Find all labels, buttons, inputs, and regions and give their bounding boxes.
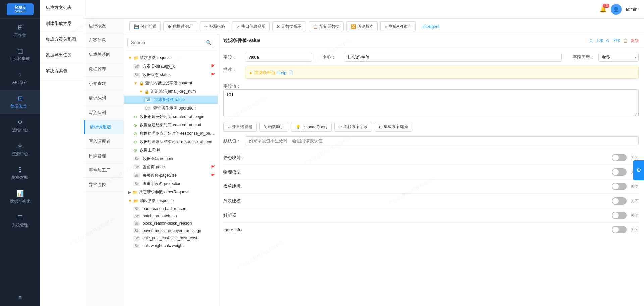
move-up-btn[interactable]: 上移 [595, 38, 603, 44]
tab-intelligent[interactable]: intelligent [418, 23, 443, 31]
form-section: 字段： 名称： 字段类型： 整型 字符串 浮点型 布尔型 [218, 47, 644, 306]
name-value-input[interactable] [344, 53, 562, 62]
tree-node-req-params[interactable]: ▼ 📁 请求参数-request [124, 54, 218, 62]
second-nav-integration-list[interactable]: 集成方案列表 [40, 0, 84, 16]
tree-node-data-status[interactable]: Str 数据状态-status 🚩 [124, 71, 218, 79]
form-build-toggle[interactable] [612, 183, 627, 190]
tab-save-config[interactable]: 💾 保存配置 [129, 21, 161, 31]
tool-buttons: ▽ 变量选择器 fx 函数助手 💡 _mongoQuery [223, 122, 639, 132]
tree-node-org-num[interactable]: ▼ 🔒 组织编码[email]-org_num [124, 87, 218, 96]
tree-node-query-content[interactable]: ▼ 🔒 查询内容过滤字段-content [124, 79, 218, 87]
field-value-input[interactable] [245, 53, 312, 62]
variable-picker-btn[interactable]: ▽ 变量选择器 [223, 122, 257, 132]
field-value-textarea[interactable]: 101 [223, 89, 639, 116]
sidebar-item-api[interactable]: ○ API 资产 [0, 67, 40, 90]
tree-node-calc-post-cost[interactable]: Str calc_post_cost-calc_post_cost [124, 234, 218, 242]
tree-node-response-end[interactable]: ⊙ 数据处理响应结束时间-response_at_end [124, 138, 218, 146]
down-arrow-icon: ⊙ [606, 38, 609, 43]
parser-label: 解析器 [223, 212, 608, 218]
lock-icon2: 🔒 [144, 89, 149, 94]
tree-node-query-operation[interactable]: Str 查询操作示例-operation [124, 104, 218, 113]
tree-node-other-request[interactable]: ▶ 📁 其它请求参数-otherRequest [124, 188, 218, 196]
related-field-btn[interactable]: ↗ 关联方案字段 [334, 122, 372, 132]
sidebar-bottom-menu[interactable]: ≡ [16, 290, 25, 306]
data-viz-icon: 📊 [16, 190, 24, 197]
type-select[interactable]: 整型 字符串 浮点型 布尔型 日期 数组 对象 [598, 53, 639, 62]
panel-header: 过滤条件值-value ⊙ 上移 ⊙ 下移 📋 复制 [218, 34, 644, 47]
sidebar-item-lite[interactable]: ◫ Lite 轻集成 [0, 43, 40, 67]
sidebar-item-ops[interactable]: ⚙ 运维中心 [0, 114, 40, 138]
desc-content: ● 过滤条件值 Help 📄 [245, 67, 639, 79]
panel-actions: ⊙ 上移 ⊙ 下移 📋 复制 [589, 38, 639, 44]
more-info-toggle[interactable] [612, 226, 627, 233]
folder-icon2: 📁 [132, 190, 138, 195]
third-nav-plan-info[interactable]: 方案信息 [84, 33, 124, 48]
tree-node-current-page[interactable]: Str 当前页-page 🚩 [124, 163, 218, 171]
tree-node-data-number[interactable]: Str 数据编码-number [124, 155, 218, 163]
mongo-query-btn[interactable]: 💡 _mongoQuery [291, 122, 332, 132]
sidebar-item-data-integration[interactable]: ⊡ 数据集成... [0, 90, 40, 114]
second-nav-solution-pkg[interactable]: 解决方案包 [40, 63, 84, 79]
integration-choice-btn[interactable]: ⊡ 集成方案选择 [375, 122, 412, 132]
sidebar-item-data-viz[interactable]: 📊 数据可视化 [0, 185, 40, 209]
tab-data-filter[interactable]: ⚙ 数据过滤厂 [163, 21, 197, 31]
third-nav-write-queue[interactable]: 写入队列 [84, 105, 124, 120]
third-nav-request-reviewer[interactable]: 请求调度者 [84, 120, 124, 134]
tree-node-created-end[interactable]: ⊙ 数据创建结束时间-created_at_end [124, 121, 218, 129]
form-build-state: 关闭 [631, 184, 639, 189]
static-map-toggle[interactable] [612, 154, 627, 161]
third-nav-run-overview[interactable]: 运行概况 [84, 19, 124, 33]
help-link[interactable]: Help [278, 70, 287, 75]
third-nav-small-queries[interactable]: 小青查数 [84, 77, 124, 91]
tree-node-response-begin[interactable]: ⊙ 数据处理响应开始时间-response_at_begin [124, 129, 218, 138]
tree-node-strategy-id[interactable]: Str 方案ID-strategy_id 🚩 [124, 62, 218, 71]
tab-interface-view[interactable]: ↗ 接口信息视图 [232, 21, 270, 31]
username-label[interactable]: admin [626, 7, 637, 12]
third-nav-integration-map[interactable]: 集成关系图 [84, 48, 124, 62]
flag-icon3: 🚩 [211, 174, 215, 177]
tab-history-version[interactable]: 🔀 历史版本 [346, 21, 378, 31]
third-nav-log-mgmt[interactable]: 日志管理 [84, 149, 124, 163]
search-input[interactable] [127, 38, 214, 47]
tree-node-batch-no[interactable]: Str batch_no-batch_no [124, 212, 218, 220]
tree-node-created-begin[interactable]: ⊙ 数据创建开始时间-created_at_begin [124, 113, 218, 121]
tab-copy-metadata[interactable]: 📋 复制元数据 [309, 21, 344, 31]
sidebar-item-resources[interactable]: ◈ 资源中心 [0, 138, 40, 162]
second-nav-data-export[interactable]: 数据导出任务 [40, 47, 84, 63]
physical-model-toggle[interactable] [612, 168, 627, 176]
tree-node-filter-value[interactable]: N8 过滤条件值-value [124, 96, 218, 104]
third-nav-event-factory[interactable]: 事件加工厂 [84, 163, 124, 178]
tree-node-bad-reason[interactable]: Str bad_reason-bad_reason [124, 205, 218, 212]
third-nav-exception-monitor[interactable]: 异常监控 [84, 178, 124, 192]
function-helper-btn[interactable]: fx 函数助手 [259, 122, 288, 132]
tree-node-response[interactable]: ▼ 📂 响应参数-response [124, 196, 218, 205]
tree-node-buyer-message[interactable]: Str buyer_message-buyer_message [124, 227, 218, 234]
second-nav-create-integration[interactable]: 创建集成方案 [40, 16, 84, 32]
third-nav-request-queue[interactable]: 请求队列 [84, 91, 124, 105]
tab-supplement[interactable]: ✏ 补漏措施 [200, 21, 229, 31]
second-nav-integration-map[interactable]: 集成方案关系图 [40, 32, 84, 47]
sidebar-label-api: API 资产 [12, 80, 28, 85]
move-down-btn[interactable]: 下移 [612, 38, 620, 44]
notification-bell[interactable]: 🔔 10 [599, 6, 607, 13]
third-nav-write-reviewer[interactable]: 写入调度者 [84, 134, 124, 149]
data-integration-icon: ⊡ [18, 95, 23, 102]
right-sidebar-settings-btn[interactable]: ⚙ [633, 160, 644, 180]
tree-node-projection[interactable]: Str 查询字段名-projection [124, 180, 218, 188]
copy-btn[interactable]: 复制 [631, 38, 639, 44]
default-value-input[interactable] [245, 136, 639, 145]
third-nav-data-mgmt[interactable]: 数据管理 [84, 62, 124, 77]
tree-node-calc-weight[interactable]: Str calc weight-calc weight [124, 242, 218, 249]
sidebar-item-workbench[interactable]: ⊞ 工作台 [0, 19, 40, 43]
parser-toggle[interactable] [612, 212, 627, 219]
sidebar-item-sys-mgmt[interactable]: ☰ 系统管理 [0, 209, 40, 233]
list-build-toggle[interactable] [612, 197, 627, 205]
tree-node-page-size[interactable]: Str 每页条数-pageSize 🚩 [124, 171, 218, 180]
user-avatar[interactable]: 👤 [611, 4, 622, 15]
tree-node-data-id[interactable]: ⊙ 数据主ID-id [124, 146, 218, 155]
tab-metadata-view[interactable]: ✖ 元数据视图 [272, 21, 306, 31]
sidebar-item-finance[interactable]: ₿ 财务对账 [0, 162, 40, 185]
sidebar: 轻易云 QCIoud ⊞ 工作台 ◫ Lite 轻集成 ○ API 资产 ⊡ 数… [0, 0, 40, 306]
tree-node-block-reason[interactable]: Str block_reason-block_reason [124, 220, 218, 227]
tab-gen-api[interactable]: ⟡ 生成API资产 [380, 21, 416, 31]
